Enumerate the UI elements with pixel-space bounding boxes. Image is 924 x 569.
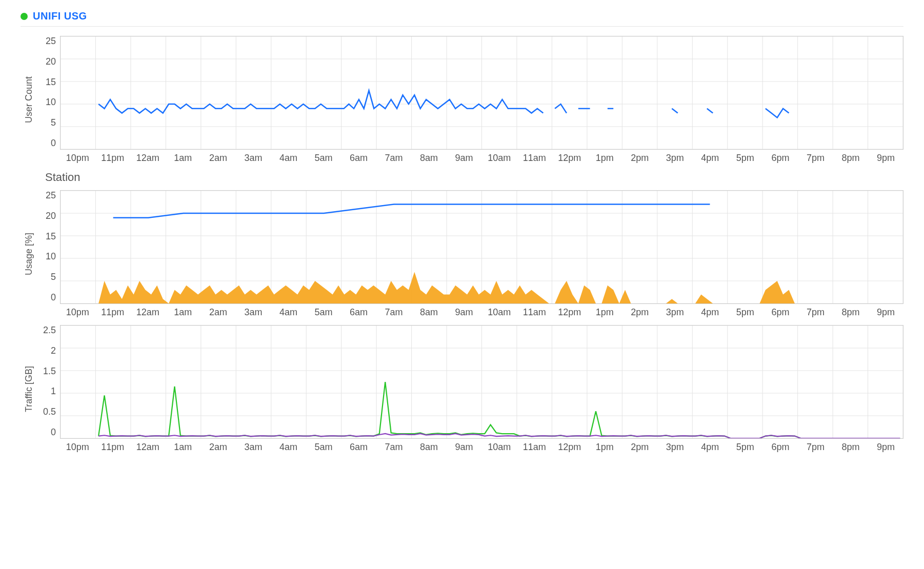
y-ticks-traffic: 2.5 2 1.5 1 0.5 0 — [34, 325, 60, 438]
x-ticks-traffic: 10pm11pm12am1am2am3am4am5am6am7am8am9am1… — [60, 439, 903, 453]
x-ticks-user-count: 10pm11pm12am1am2am3am4am5am6am7am8am9am1… — [60, 150, 903, 164]
y-ticks-usage: 25 20 15 10 5 0 — [34, 190, 60, 303]
subtitle-station: Station — [45, 171, 903, 184]
chart-user-count: User Count 25 20 15 10 5 0 10pm11pm12am1… — [21, 36, 903, 164]
chart-usage: Usage [%] 25 20 15 10 5 0 10pm11pm12am1a… — [21, 190, 903, 318]
chart-traffic: Traffic [GB] 2.5 2 1.5 1 0.5 0 10pm11pm1… — [21, 325, 903, 453]
y-ticks-user-count: 25 20 15 10 5 0 — [34, 36, 60, 149]
device-title[interactable]: UNIFI USG — [33, 10, 87, 22]
status-dot-icon — [21, 13, 28, 20]
axis-label-user-count: User Count — [21, 36, 34, 164]
axis-label-traffic: Traffic [GB] — [21, 325, 34, 453]
axis-label-usage: Usage [%] — [21, 190, 34, 318]
plot-user-count[interactable] — [60, 36, 903, 150]
x-ticks-usage: 10pm11pm12am1am2am3am4am5am6am7am8am9am1… — [60, 304, 903, 318]
plot-traffic[interactable] — [60, 325, 903, 439]
plot-usage[interactable] — [60, 190, 903, 304]
device-header: UNIFI USG — [21, 10, 903, 27]
